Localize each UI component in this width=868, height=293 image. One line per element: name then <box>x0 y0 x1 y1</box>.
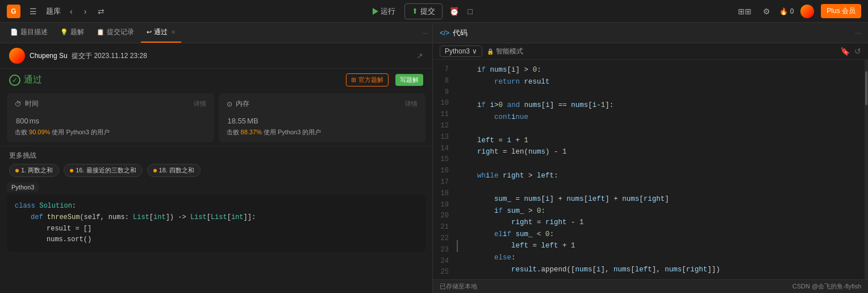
chevron-down-icon: ∨ <box>472 47 477 55</box>
code-angle-icon: </> <box>440 29 449 37</box>
challenge-tag-2[interactable]: 18. 四数之和 <box>147 164 201 177</box>
code-line-3: result = [] <box>15 224 418 235</box>
memory-stat-card: ⊙ 内存 详情 18.55MB 击败 88.37% 使用 Python3 的用户 <box>219 93 426 142</box>
code-line-1: class Solution: <box>15 201 418 212</box>
left-panel: 📄 题目描述 💡 题解 📋 提交记录 ↩ 通过 ✕ ··· Chupeng Su <box>0 23 433 293</box>
external-link-icon[interactable]: ↗ <box>416 51 423 60</box>
challenge-tag-0[interactable]: 1. 两数之和 <box>9 164 59 177</box>
code-section: Python3 class Solution: def threeSum(sel… <box>0 179 432 293</box>
user-avatar <box>9 48 25 64</box>
memory-detail-button[interactable]: 详情 <box>405 100 418 108</box>
memory-beat: 击败 88.37% 使用 Python3 的用户 <box>227 128 418 137</box>
editor-area[interactable]: 789101112131415161718192021222324252627 … <box>433 60 868 279</box>
code-line-4: nums.sort() <box>15 234 418 246</box>
logo[interactable]: G <box>7 5 20 18</box>
shuffle-button[interactable]: ⇄ <box>95 5 107 18</box>
tag-dot-0 <box>15 169 19 172</box>
nav-right: ⊞⊞ ⚙ 🔥 0 Plus 会员 <box>736 4 861 18</box>
top-nav: G ☰ 题库 ‹ › ⇄ 运行 ⬆ 提交 ⏰ □ ⊞⊞ ⚙ 🔥 0 Plus 会… <box>0 0 868 23</box>
editor-toolbar: Python3 ∨ 🔒 智能模式 🔖 ↺ <box>433 43 868 60</box>
code-lines: if nums[i] > 0: return result if i>0 and… <box>453 60 865 279</box>
memory-beat-pct: 88.37% <box>241 129 262 135</box>
grid-icon[interactable]: ⊞⊞ <box>736 5 754 18</box>
line-numbers: 789101112131415161718192021222324252627 <box>433 60 453 279</box>
play-icon <box>373 8 378 15</box>
user-name: Chupeng Su <box>30 52 68 60</box>
stats-section: ⏱ 时间 详情 800ms 击败 90.09% 使用 Python3 的用户 ⊙… <box>0 90 432 146</box>
upload-icon: ⬆ <box>412 7 418 15</box>
toolbar-right: 🔖 ↺ <box>840 47 861 56</box>
coin-display: 🔥 0 <box>779 7 794 15</box>
solution-tab-icon: 💡 <box>60 28 68 36</box>
submissions-tab-icon: 📋 <box>97 28 105 36</box>
reset-button[interactable]: ↺ <box>854 47 861 56</box>
next-button[interactable]: › <box>82 5 89 18</box>
hamburger-icon[interactable]: ☰ <box>27 5 39 18</box>
description-tab-icon: 📄 <box>10 28 18 36</box>
time-stat-card: ⏱ 时间 详情 800ms 击败 90.09% 使用 Python3 的用户 <box>7 93 214 142</box>
time-beat: 击败 90.09% 使用 Python3 的用户 <box>15 128 206 137</box>
time-value: 800ms <box>15 112 206 127</box>
prev-button[interactable]: ‹ <box>68 5 75 18</box>
smart-mode: 🔒 智能模式 <box>487 47 523 56</box>
status-section: ✓ 通过 ⊞ 官方题解 写题解 <box>0 69 432 90</box>
lang-selector[interactable]: Python3 ∨ <box>440 46 482 57</box>
tag-dot-1 <box>70 169 73 172</box>
nav-title: 题库 <box>46 6 61 16</box>
more-title: 更多挑战 <box>9 151 423 160</box>
more-section: 更多挑战 1. 两数之和 16. 最接近的三数之和 18. 四数之和 <box>0 146 432 179</box>
tab-close-icon[interactable]: ✕ <box>171 29 176 35</box>
scrollbar[interactable] <box>865 60 868 279</box>
time-stat-label: ⏱ 时间 详情 <box>15 99 206 109</box>
check-circle-icon: ✓ <box>9 75 20 86</box>
status-right: CSDN @会飞的鱼-flyfish <box>792 282 861 291</box>
status-pass: ✓ 通过 <box>9 74 42 86</box>
tab-solution[interactable]: 💡 题解 <box>55 23 90 43</box>
tab-passed[interactable]: ↩ 通过 ✕ <box>141 23 181 43</box>
time-detail-button[interactable]: 详情 <box>194 100 206 108</box>
square-icon[interactable]: □ <box>466 5 475 18</box>
main-layout: 📄 题目描述 💡 题解 📋 提交记录 ↩ 通过 ✕ ··· Chupeng Su <box>0 23 868 293</box>
submission-header: Chupeng Su 提交于 2023.11.12 23:28 ↗ <box>0 43 432 69</box>
code-block: class Solution: def threeSum(self, nums:… <box>7 195 425 251</box>
status-left: 已存储至本地 <box>440 282 792 291</box>
alarm-icon[interactable]: ⏰ <box>447 5 461 18</box>
user-info: Chupeng Su 提交于 2023.11.12 23:28 <box>30 51 412 61</box>
right-panel: </> 代码 ··· Python3 ∨ 🔒 智能模式 🔖 ↺ 78910111… <box>433 23 868 293</box>
run-button[interactable]: 运行 <box>368 4 400 19</box>
tab-bar: 📄 题目描述 💡 题解 📋 提交记录 ↩ 通过 ✕ ··· <box>0 23 432 43</box>
tag-dot-2 <box>153 169 157 172</box>
official-btn-icon: ⊞ <box>351 76 356 84</box>
memory-icon: ⊙ <box>227 100 232 108</box>
memory-stat-label: ⊙ 内存 详情 <box>227 99 418 109</box>
scroll-thumb <box>865 71 867 105</box>
time-icon: ⏱ <box>15 100 22 108</box>
plus-button[interactable]: Plus 会员 <box>821 4 861 18</box>
time-beat-pct: 90.09% <box>29 129 50 135</box>
challenge-tags: 1. 两数之和 16. 最接近的三数之和 18. 四数之和 <box>9 164 423 177</box>
write-solution-button[interactable]: 写题解 <box>395 74 423 86</box>
status-label: 通过 <box>24 74 42 86</box>
avatar[interactable] <box>800 5 814 18</box>
bookmark-button[interactable]: 🔖 <box>840 47 850 56</box>
challenge-tag-1[interactable]: 16. 最接近的三数之和 <box>64 164 142 177</box>
tab-more-button[interactable]: ··· <box>422 28 428 37</box>
memory-value: 18.55MB <box>227 112 418 127</box>
submitted-at: 提交于 2023.11.12 23:28 <box>72 52 147 60</box>
right-tab-more-button[interactable]: ··· <box>855 28 861 37</box>
settings-icon[interactable]: ⚙ <box>761 5 773 18</box>
submit-button[interactable]: ⬆ 提交 <box>404 3 443 19</box>
lock-icon: 🔒 <box>487 48 494 55</box>
official-solution-button[interactable]: ⊞ 官方题解 <box>346 73 389 86</box>
right-tab-title: </> 代码 <box>440 28 468 38</box>
tab-submissions[interactable]: 📋 提交记录 <box>91 23 140 43</box>
status-bar: 已存储至本地 CSDN @会飞的鱼-flyfish <box>433 279 868 293</box>
code-line-2: def threeSum(self, nums: List[int]) -> L… <box>15 212 418 224</box>
tab-description[interactable]: 📄 题目描述 <box>5 23 53 43</box>
right-tab-bar: </> 代码 ··· <box>433 23 868 43</box>
code-lang-label: Python3 <box>7 183 39 192</box>
nav-center: 运行 ⬆ 提交 ⏰ □ <box>114 3 729 19</box>
passed-tab-icon: ↩ <box>147 28 152 36</box>
